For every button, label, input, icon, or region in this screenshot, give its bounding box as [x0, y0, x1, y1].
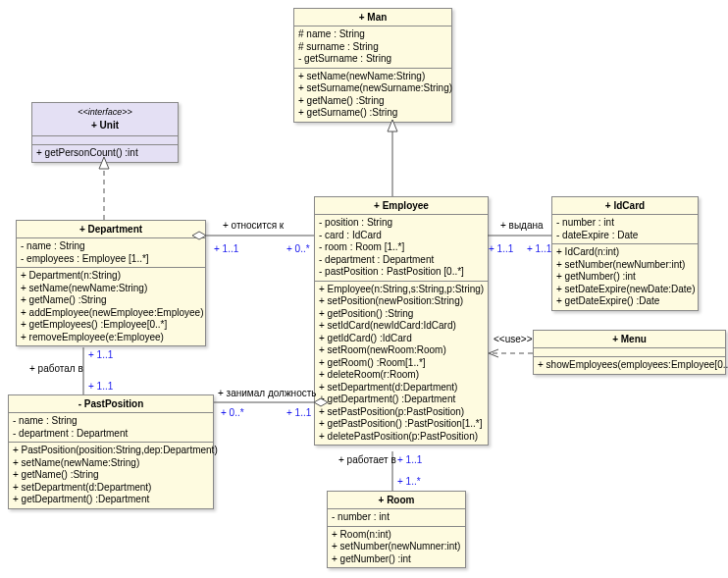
attr: - department : Department	[13, 428, 209, 441]
room-title: + Room	[328, 492, 465, 509]
class-menu: + Menu + showEmployees(employees:Employe…	[533, 330, 726, 375]
label-issued: + выдана	[500, 220, 544, 231]
class-pastposition: - PastPosition - name : String - departm…	[8, 394, 214, 509]
op: + addEmployee(newEmployee:Employee)	[21, 307, 201, 320]
department-attrs: - name : String - employees : Employee […	[17, 238, 205, 268]
attr: - dateExpire : Date	[556, 230, 694, 242]
mult: + 1..1	[214, 243, 238, 254]
mult: + 0..*	[286, 243, 310, 254]
unit-stereo: <<interface>>	[36, 105, 174, 117]
op: + IdCard(n:int)	[556, 246, 694, 259]
employee-title: + Employee	[315, 197, 488, 215]
department-title: + Department	[17, 221, 205, 238]
unit-ops: + getPersonCount() :int	[32, 145, 178, 162]
op: + setNumber(newNumber:int)	[556, 259, 694, 272]
class-employee: + Employee - position : String - card : …	[314, 196, 489, 446]
class-department: + Department - name : String - employees…	[16, 220, 206, 346]
attr: - getSurname : String	[298, 53, 447, 66]
op: + removeEmployee(e:Employee)	[21, 332, 201, 344]
attr: # surname : String	[298, 41, 447, 54]
attr: - number : int	[332, 511, 461, 524]
op: + setRoom(newRoom:Room)	[319, 344, 484, 357]
attr: - card : IdCard	[319, 230, 484, 242]
pastposition-attrs: - name : String - department : Departmen…	[9, 413, 213, 443]
attr: - number : int	[556, 217, 694, 230]
op: + getName() :String	[298, 95, 447, 108]
attr: - name : String	[13, 415, 209, 428]
attr: - department : Department	[319, 254, 484, 267]
op: + setNumber(newNumner:int)	[332, 541, 461, 553]
man-attrs: # name : String # surname : String - get…	[294, 26, 451, 69]
attr: # name : String	[298, 28, 447, 41]
unit-attrs	[32, 136, 178, 145]
op: + getDepartment() :Department	[13, 494, 209, 506]
unit-title: + Unit	[36, 117, 174, 133]
op: + getNumber() :int	[332, 553, 461, 566]
op: + getSurname() :String	[298, 107, 447, 120]
pastposition-ops: + PastPosition(position:String,dep:Depar…	[9, 443, 213, 508]
mult: + 1..1	[88, 381, 113, 392]
op: + setDateExpire(newDate:Date)	[556, 284, 694, 296]
class-man: + Man # name : String # surname : String…	[293, 8, 452, 123]
op: + showEmployees(employees:Employee[0..*]…	[538, 359, 721, 372]
op: + setPosition(newPosition:String)	[319, 295, 484, 308]
op: + setName(newName:String)	[21, 283, 201, 295]
attr: - pastPosition : PastPosition [0..*]	[319, 266, 484, 279]
room-attrs: - number : int	[328, 509, 465, 527]
man-ops: + setName(newName:String) + setSurname(n…	[294, 69, 451, 122]
attr: - room : Room [1..*]	[319, 241, 484, 254]
idcard-ops: + IdCard(n:int) + setNumber(newNumber:in…	[552, 244, 698, 310]
attr: - employees : Employee [1..*]	[21, 253, 201, 266]
mult: + 1..1	[489, 243, 513, 254]
employee-ops: + Employee(n:String,s:String,p:String) +…	[315, 282, 488, 446]
idcard-attrs: - number : int - dateExpire : Date	[552, 215, 698, 244]
pastposition-title: - PastPosition	[9, 395, 213, 413]
class-room: + Room - number : int + Room(n:int) + se…	[327, 491, 466, 568]
mult: + 1..1	[527, 243, 551, 254]
op: + deletePastPosition(p:PastPosition)	[319, 431, 484, 444]
mult: + 1..1	[397, 454, 422, 465]
op: + getNumber() :int	[556, 271, 694, 284]
op: + getPersonCount() :int	[36, 147, 174, 160]
label-worked-in: + работал в	[29, 363, 83, 374]
op: + Department(n:String)	[21, 270, 201, 283]
op: + getDepartment() :Department	[319, 394, 484, 406]
department-ops: + Department(n:String) + setName(newName…	[17, 268, 205, 345]
idcard-title: + IdCard	[552, 197, 698, 215]
mult: + 1..1	[286, 407, 311, 418]
op: + setDepartment(d:Department)	[319, 382, 484, 394]
op: + getPosition() :String	[319, 308, 484, 321]
menu-title: + Menu	[534, 331, 725, 348]
label-belongs-to: + относится к	[223, 220, 284, 231]
employee-attrs: - position : String - card : IdCard - ro…	[315, 215, 488, 282]
menu-ops: + showEmployees(employees:Employee[0..*]…	[534, 357, 725, 374]
op: + setSurname(newSurname:String)	[298, 82, 447, 95]
op: + getName() :String	[21, 294, 201, 307]
menu-attrs	[534, 348, 725, 357]
label-use: <<use>>	[494, 334, 532, 344]
man-title: + Man	[294, 9, 451, 26]
label-works-in: + работает в	[338, 454, 396, 465]
unit-header: <<interface>> + Unit	[32, 103, 178, 136]
op: + getName() :String	[13, 469, 209, 482]
op: + getEmployees() :Employee[0..*]	[21, 319, 201, 332]
op: + deleteRoom(r:Room)	[319, 369, 484, 382]
op: + Employee(n:String,s:String,p:String)	[319, 284, 484, 296]
op: + getPastPosition() :PastPosition[1..*]	[319, 418, 484, 431]
op: + Room(n:int)	[332, 529, 461, 542]
op: + setPastPosition(p:PastPosition)	[319, 406, 484, 419]
op: + setIdCard(newIdCard:IdCard)	[319, 320, 484, 333]
room-ops: + Room(n:int) + setNumber(newNumner:int)…	[328, 527, 465, 568]
op: + getRoom() :Room[1..*]	[319, 357, 484, 370]
mult: + 1..*	[397, 476, 421, 487]
class-unit: <<interface>> + Unit + getPersonCount() …	[31, 102, 179, 163]
mult: + 0..*	[221, 407, 244, 418]
op: + getIdCard() :IdCard	[319, 333, 484, 345]
op: + PastPosition(position:String,dep:Depar…	[13, 445, 209, 457]
op: + getDateExpire() :Date	[556, 295, 694, 308]
attr: - position : String	[319, 217, 484, 230]
op: + setName(newName:String)	[298, 71, 447, 83]
attr: - name : String	[21, 240, 201, 253]
class-idcard: + IdCard - number : int - dateExpire : D…	[551, 196, 699, 311]
mult: + 1..1	[88, 349, 113, 360]
